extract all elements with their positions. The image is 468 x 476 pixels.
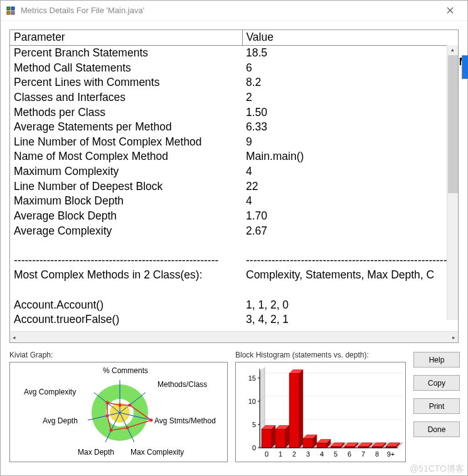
table-row[interactable]: Line Number of Deepest Block22 (10, 179, 458, 194)
copy-button[interactable]: Copy (413, 375, 460, 391)
buttons-column: Help Copy Print Done (413, 351, 460, 462)
cell-param: Average Block Depth (10, 209, 242, 224)
cell-value: 1.50 (242, 105, 458, 120)
side-overlay-blue (462, 55, 468, 79)
cell-param: Account.trueorFalse() (10, 312, 242, 327)
table-row[interactable]: Most Complex Methods in 2 Class(es):Comp… (10, 268, 458, 283)
cell-value: 3, 4, 2, 1 (242, 312, 458, 327)
svg-rect-0 (7, 7, 10, 10)
help-button[interactable]: Help (413, 352, 460, 368)
svg-text:15: 15 (248, 374, 256, 382)
cell-value (242, 238, 458, 253)
cell-value: ----------------------------------------… (242, 253, 458, 268)
bottom-row: Kiviat Graph: (9, 351, 459, 462)
horizontal-scrollbar[interactable]: ◂ ▸ (10, 331, 458, 342)
histogram-panel: Block Histogram (statements vs. depth): … (235, 351, 406, 462)
histogram-chart: 0510150123456789+ (235, 362, 406, 462)
cell-value: 4 (242, 164, 458, 179)
cell-value: 2 (242, 90, 458, 105)
dialog-content: Parameter Value Percent Branch Statement… (1, 21, 467, 475)
svg-rect-42 (262, 429, 272, 448)
svg-text:3: 3 (306, 450, 310, 458)
table-row[interactable]: Method Call Statements6 (10, 61, 458, 76)
table-row[interactable] (10, 238, 458, 253)
vertical-scrollbar[interactable]: ▴ (447, 45, 458, 320)
cell-value: 6.33 (242, 120, 458, 135)
table-row[interactable]: Account.trueorFalse()3, 4, 2, 1 (10, 312, 458, 327)
svg-point-19 (110, 429, 113, 432)
svg-text:10: 10 (248, 398, 256, 405)
table-row[interactable]: Account.Account()1, 1, 2, 0 (10, 298, 458, 313)
radar-label-avgdepth: Avg Depth (43, 416, 78, 425)
svg-rect-58 (317, 443, 327, 448)
table-row[interactable]: Methods per Class1.50 (10, 105, 458, 120)
radar-label-methods: Methods/Class (157, 380, 207, 389)
kiviat-panel: Kiviat Graph: (9, 351, 228, 462)
cell-value: 9 (242, 135, 458, 150)
cell-value: 1, 1, 2, 0 (242, 298, 458, 313)
table-row[interactable]: Classes and Interfaces2 (10, 90, 458, 105)
watermark: @51CTO博客 (410, 463, 464, 475)
table-row[interactable]: ----------------------------------------… (10, 253, 458, 268)
col-header-value[interactable]: Value (242, 30, 458, 46)
cell-param: Line Number of Most Complex Method (10, 135, 242, 150)
svg-text:5: 5 (252, 421, 256, 428)
scroll-right-icon[interactable]: ▸ (450, 334, 458, 341)
radar-label-avgcomp: Avg Complexity (24, 388, 76, 396)
svg-text:0: 0 (252, 444, 256, 452)
cell-value (242, 283, 458, 298)
titlebar[interactable]: Metrics Details For File 'Main.java' (1, 1, 467, 21)
window-title: Metrics Details For File 'Main.java' (21, 6, 437, 15)
close-button[interactable] (437, 2, 462, 19)
scroll-left-icon[interactable]: ◂ (10, 334, 18, 341)
print-button[interactable]: Print (413, 398, 460, 414)
svg-point-15 (119, 404, 122, 407)
cell-value: 8.2 (242, 75, 458, 90)
kiviat-label: Kiviat Graph: (9, 351, 228, 359)
svg-text:2: 2 (292, 450, 296, 458)
cell-param: Maximum Complexity (10, 164, 242, 179)
svg-point-16 (129, 404, 132, 407)
svg-marker-41 (272, 425, 275, 448)
svg-text:7: 7 (361, 450, 365, 458)
scroll-thumb[interactable] (448, 55, 458, 193)
cell-param: Percent Branch Statements (10, 46, 242, 61)
svg-text:6: 6 (348, 450, 351, 458)
scroll-up-icon[interactable]: ▴ (451, 45, 454, 54)
table-row[interactable]: Maximum Complexity4 (10, 164, 458, 179)
cell-param: Methods per Class (10, 105, 242, 120)
kiviat-graph: % Comments Methods/Class Avg Stmts/Metho… (9, 362, 228, 462)
svg-text:0: 0 (265, 450, 269, 458)
table-row[interactable] (10, 283, 458, 298)
cell-param (10, 238, 242, 253)
cell-value: 22 (242, 179, 458, 194)
table-row[interactable]: Name of Most Complex MethodMain.main() (10, 149, 458, 164)
table-row[interactable]: Percent Branch Statements18.5 (10, 46, 458, 61)
table-row[interactable]: Average Block Depth1.70 (10, 209, 458, 224)
svg-point-21 (106, 401, 109, 405)
table-row[interactable]: Percent Lines with Comments8.2 (10, 75, 458, 90)
table-row[interactable]: Maximum Block Depth4 (10, 194, 458, 209)
metrics-table: Parameter Value Percent Branch Statement… (10, 30, 458, 327)
histogram-label: Block Histogram (statements vs. depth): (235, 351, 406, 359)
done-button[interactable]: Done (413, 421, 460, 437)
svg-rect-50 (289, 373, 299, 448)
table-row[interactable]: Line Number of Most Complex Method9 (10, 135, 458, 150)
svg-rect-54 (303, 438, 313, 448)
radar-label-maxcomp: Max Complexity (130, 448, 184, 457)
cell-param: Average Complexity (10, 224, 242, 239)
cell-param: Most Complex Methods in 2 Class(es): (10, 268, 242, 283)
metrics-table-inner[interactable]: Parameter Value Percent Branch Statement… (10, 30, 458, 331)
table-row[interactable]: Average Complexity2.67 (10, 224, 458, 239)
svg-text:9+: 9+ (387, 450, 395, 458)
col-header-param[interactable]: Parameter (10, 30, 242, 46)
app-icon (6, 6, 16, 16)
cell-value: 6 (242, 61, 458, 76)
svg-rect-2 (7, 11, 10, 14)
table-row[interactable]: Average Statements per Method6.33 (10, 120, 458, 135)
cell-value: Complexity, Statements, Max Depth, C (242, 268, 458, 283)
cell-value: 2.67 (242, 224, 458, 239)
cell-param: Method Call Statements (10, 61, 242, 76)
cell-param: Name of Most Complex Method (10, 149, 242, 164)
scroll-track[interactable] (18, 332, 450, 342)
